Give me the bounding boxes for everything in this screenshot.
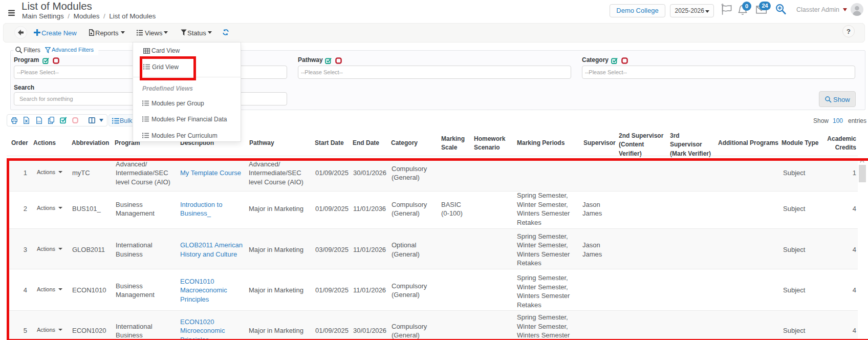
svg-text:csv: csv bbox=[37, 120, 41, 123]
